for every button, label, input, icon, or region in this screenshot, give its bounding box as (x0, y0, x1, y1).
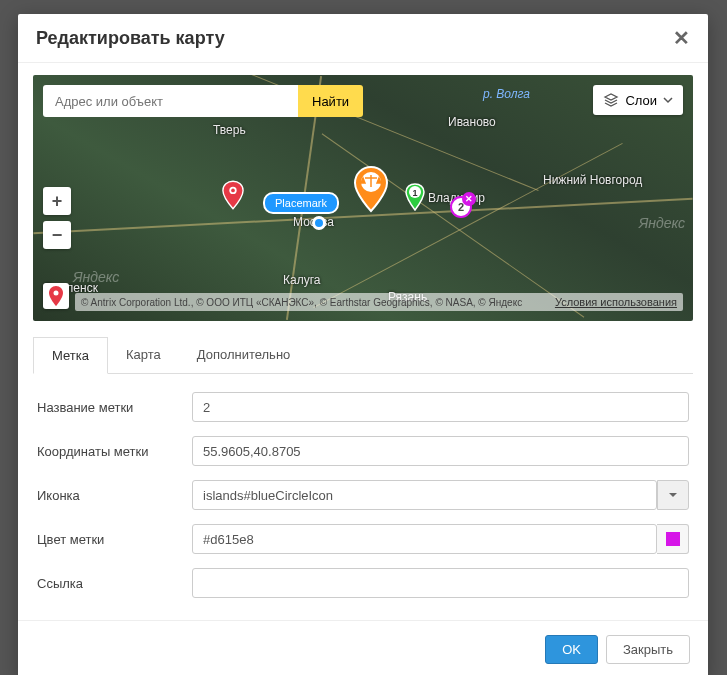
icon-dropdown-button[interactable] (657, 480, 689, 510)
row-coords: Координаты метки (37, 436, 689, 466)
close-button[interactable]: Закрыть (606, 635, 690, 664)
input-marker-icon[interactable] (192, 480, 657, 510)
svg-point-7 (54, 291, 59, 296)
row-icon: Иконка (37, 480, 689, 510)
label-link: Ссылка (37, 576, 192, 591)
svg-text:1: 1 (412, 188, 417, 198)
svg-point-1 (231, 189, 235, 193)
caret-down-icon (668, 490, 678, 500)
row-color: Цвет метки (37, 524, 689, 554)
modal-header: Редактировать карту ✕ (18, 14, 708, 63)
color-swatch-button[interactable] (657, 524, 689, 554)
color-combo (192, 524, 689, 554)
layers-icon (603, 92, 619, 108)
attribution-text: © Antrix Corporation Ltd., © ООО ИТЦ «СК… (81, 297, 522, 308)
modal-close-button[interactable]: ✕ (673, 26, 690, 50)
terms-link[interactable]: Условия использования (555, 296, 677, 308)
layers-label: Слои (625, 93, 657, 108)
input-marker-link[interactable] (192, 568, 689, 598)
chevron-down-icon (663, 95, 673, 105)
label-coords: Координаты метки (37, 444, 192, 459)
label-name: Название метки (37, 400, 192, 415)
modal-footer: OK Закрыть (18, 620, 708, 675)
color-swatch-preview (666, 532, 680, 546)
map-canvas[interactable]: р. Волга Тверь Иваново Нижний Новгород М… (33, 75, 693, 321)
map-layers-button[interactable]: Слои (593, 85, 683, 115)
row-name: Название метки (37, 392, 689, 422)
map-pin-green-1[interactable]: 1 (405, 183, 425, 211)
tab-marker[interactable]: Метка (33, 337, 108, 374)
map-pin-orange-scales[interactable] (352, 165, 390, 213)
modal-body: р. Волга Тверь Иваново Нижний Новгород М… (18, 63, 708, 620)
circle-pin-delete-icon[interactable]: ✕ (462, 192, 476, 206)
map-pin-red[interactable] (222, 180, 244, 210)
blue-dot-marker[interactable] (312, 216, 326, 230)
map-search-input[interactable] (43, 85, 298, 117)
row-link: Ссылка (37, 568, 689, 598)
marker-form: Название метки Координаты метки Иконка Ц… (33, 374, 693, 620)
input-marker-name[interactable] (192, 392, 689, 422)
placemark-bubble[interactable]: Placemark (263, 192, 339, 214)
label-icon: Иконка (37, 488, 192, 503)
map-searchbar: Найти (43, 85, 363, 117)
map-attribution: © Antrix Corporation Ltd., © ООО ИТЦ «СК… (75, 293, 683, 311)
icon-combo (192, 480, 689, 510)
label-color: Цвет метки (37, 532, 192, 547)
ok-button[interactable]: OK (545, 635, 598, 664)
edit-map-modal: Редактировать карту ✕ р. Волга Тверь Ива… (18, 14, 708, 675)
locate-button[interactable] (43, 283, 69, 309)
tabs: Метка Карта Дополнительно (33, 337, 693, 374)
input-marker-color[interactable] (192, 524, 657, 554)
modal-title: Редактировать карту (36, 28, 225, 49)
map-search-button[interactable]: Найти (298, 85, 363, 117)
zoom-controls: + − (43, 187, 71, 249)
input-marker-coords[interactable] (192, 436, 689, 466)
zoom-in-button[interactable]: + (43, 187, 71, 215)
tab-map[interactable]: Карта (108, 337, 179, 373)
zoom-out-button[interactable]: − (43, 221, 71, 249)
tab-additional[interactable]: Дополнительно (179, 337, 309, 373)
map-pin-circle-2[interactable]: 2 ✕ (450, 196, 472, 218)
